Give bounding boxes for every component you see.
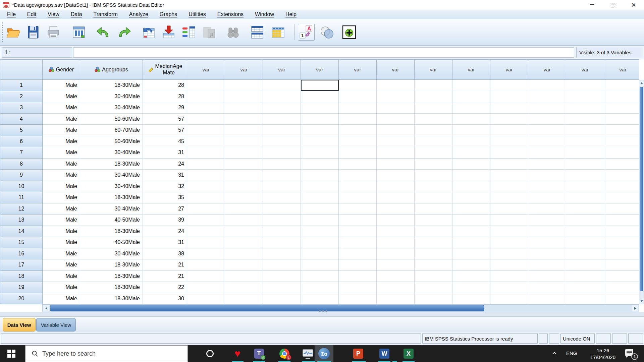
cell-var[interactable] <box>377 282 415 293</box>
cell-var[interactable] <box>225 91 263 102</box>
cell-var[interactable] <box>339 282 377 293</box>
show-all-variables-button[interactable] <box>341 24 358 41</box>
cell-var[interactable] <box>377 125 415 136</box>
cell-medianagemate[interactable]: 31 <box>143 237 187 248</box>
cell-var[interactable] <box>301 91 339 102</box>
cell-agegroups[interactable]: 50-60Male <box>80 136 143 147</box>
recall-dialogs-button[interactable] <box>70 24 87 41</box>
descriptive-statistics-button[interactable]: µ <box>201 24 217 41</box>
cell-gender[interactable]: Male <box>43 226 80 237</box>
cell-var[interactable] <box>415 282 452 293</box>
cell-var[interactable] <box>566 181 604 192</box>
cell-gender[interactable]: Male <box>43 282 80 293</box>
cell-agegroups[interactable]: 18-30Male <box>80 282 143 293</box>
cell-var[interactable] <box>528 259 566 271</box>
cell-medianagemate[interactable]: 31 <box>143 147 187 159</box>
cell-medianagemate[interactable]: 35 <box>143 192 187 203</box>
cell-agegroups[interactable]: 18-30Male <box>80 270 143 282</box>
cell-var[interactable] <box>490 158 528 170</box>
cell-agegroups[interactable]: 30-40Male <box>80 102 143 114</box>
cell-var[interactable] <box>263 248 301 259</box>
column-header-var[interactable]: var <box>339 60 377 80</box>
cell-var[interactable] <box>566 125 604 136</box>
column-header-medianagemate[interactable]: MedianAge Mate <box>143 60 187 80</box>
cell-var[interactable] <box>528 125 566 136</box>
cell-var[interactable] <box>225 102 263 114</box>
column-header-gender[interactable]: Gender <box>43 60 80 80</box>
cell-medianagemate[interactable]: 28 <box>143 91 187 102</box>
cell-var[interactable] <box>490 113 528 125</box>
minimize-button[interactable] <box>582 0 602 10</box>
cell-var[interactable] <box>377 158 415 170</box>
cell-gender[interactable]: Male <box>43 215 80 226</box>
cell-var[interactable] <box>566 80 604 91</box>
cell-var[interactable] <box>187 203 225 215</box>
cell-var[interactable] <box>452 237 490 248</box>
cell-agegroups[interactable]: 18-30Male <box>80 158 143 170</box>
cell-var[interactable] <box>225 259 263 271</box>
cell-var[interactable] <box>187 181 225 192</box>
cell-var[interactable] <box>528 136 566 147</box>
cell-var[interactable] <box>452 91 490 102</box>
cell-var[interactable] <box>263 192 301 203</box>
cell-var[interactable] <box>339 170 377 181</box>
row-number[interactable]: 1 <box>0 80 43 91</box>
cell-var[interactable] <box>301 170 339 181</box>
vertical-scrollbar-thumb[interactable] <box>640 87 643 291</box>
cell-var[interactable] <box>301 113 339 125</box>
cell-var[interactable] <box>604 226 639 237</box>
cell-var[interactable] <box>301 158 339 170</box>
language-indicator[interactable]: ENG <box>566 350 577 356</box>
row-number[interactable]: 3 <box>0 102 43 114</box>
cell-var[interactable] <box>339 248 377 259</box>
cell-var[interactable] <box>377 102 415 114</box>
cell-var[interactable] <box>377 270 415 282</box>
menu-view[interactable]: View <box>42 11 65 17</box>
scroll-right-button[interactable] <box>632 305 638 311</box>
cell-var[interactable] <box>225 203 263 215</box>
cell-var[interactable] <box>604 293 639 304</box>
cell-var[interactable] <box>415 192 452 203</box>
cell-var[interactable] <box>566 248 604 259</box>
cell-var[interactable] <box>604 181 639 192</box>
row-number[interactable]: 15 <box>0 237 43 248</box>
vertical-scrollbar[interactable] <box>639 80 644 304</box>
cell-var[interactable] <box>377 203 415 215</box>
taskbar-app-media[interactable] <box>301 348 315 360</box>
cell-var[interactable] <box>566 237 604 248</box>
cell-var[interactable] <box>377 80 415 91</box>
menu-transform[interactable]: Transform <box>88 11 123 17</box>
cell-var[interactable] <box>339 259 377 271</box>
row-number[interactable]: 18 <box>0 270 43 282</box>
menu-data[interactable]: Data <box>65 11 88 17</box>
menu-window[interactable]: Window <box>249 11 280 17</box>
column-header-var[interactable]: var <box>490 60 528 80</box>
cell-var[interactable] <box>415 215 452 226</box>
horizontal-scrollbar[interactable] <box>42 304 639 312</box>
cell-gender[interactable]: Male <box>43 192 80 203</box>
cell-var[interactable] <box>415 102 452 114</box>
cell-var[interactable] <box>490 237 528 248</box>
cell-var[interactable] <box>452 181 490 192</box>
horizontal-scrollbar-thumb[interactable] <box>50 305 484 311</box>
cell-var[interactable] <box>415 113 452 125</box>
cell-var[interactable] <box>339 158 377 170</box>
use-variable-sets-button[interactable] <box>319 24 335 41</box>
cell-var[interactable] <box>225 237 263 248</box>
cell-var[interactable] <box>263 226 301 237</box>
taskbar-app-powerpoint[interactable]: P <box>352 348 365 360</box>
cell-var[interactable] <box>225 215 263 226</box>
cell-var[interactable] <box>528 181 566 192</box>
notification-center-button[interactable]: 1 <box>625 349 637 359</box>
cell-var[interactable] <box>604 125 639 136</box>
cell-var[interactable] <box>490 192 528 203</box>
cell-var[interactable] <box>263 158 301 170</box>
cell-agegroups[interactable]: 60-70Male <box>80 125 143 136</box>
cell-var[interactable] <box>528 113 566 125</box>
cell-var[interactable] <box>377 147 415 159</box>
cell-var[interactable] <box>377 226 415 237</box>
row-number[interactable]: 20 <box>0 293 43 304</box>
cell-var[interactable] <box>490 259 528 271</box>
cell-var[interactable] <box>339 125 377 136</box>
cell-var[interactable] <box>263 270 301 282</box>
